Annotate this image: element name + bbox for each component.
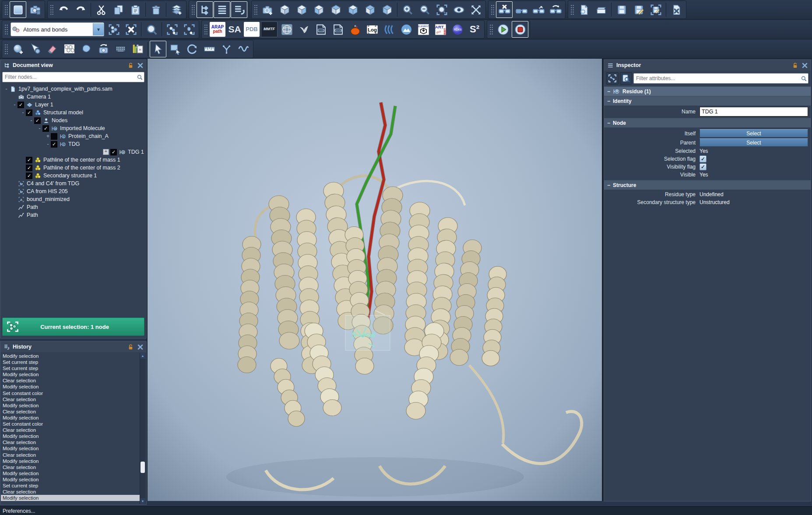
name-field[interactable] [700, 107, 808, 116]
history-item[interactable]: Modify selection [1, 384, 140, 390]
lasso-tool[interactable] [78, 41, 95, 57]
toolbar-grip[interactable] [490, 4, 494, 15]
history-item[interactable]: Modify selection [1, 476, 140, 483]
tree-item-layer-1[interactable]: -✓Layer 1 [1, 101, 146, 109]
erase-tool[interactable] [44, 41, 60, 57]
view-cube-left[interactable] [362, 1, 378, 18]
scroll-down-arrow[interactable]: ▼ [140, 498, 145, 504]
visibility-checkbox[interactable]: ✓ [34, 117, 41, 124]
history-item[interactable]: Clear selection [1, 439, 140, 445]
filter-nodes-input[interactable] [3, 74, 135, 80]
tree-item-ca-from-his-205[interactable]: CA from HIS 205 [1, 187, 146, 195]
app-log[interactable]: Log [364, 21, 380, 38]
section-residue[interactable]: − R Residue (1) [604, 86, 811, 96]
tree-item-camera-1[interactable]: Camera 1 [1, 93, 146, 101]
record-button[interactable] [512, 21, 528, 38]
save-button[interactable] [613, 1, 630, 18]
periodic-table[interactable]: H [129, 41, 146, 57]
add-visual-model2-button[interactable] [181, 21, 197, 38]
section-structure[interactable]: − Structure [604, 180, 811, 190]
play-simulation-button[interactable] [495, 21, 511, 38]
viewport-color-button[interactable] [10, 1, 26, 18]
view-cube-front[interactable] [293, 1, 310, 18]
app-swift[interactable] [295, 21, 312, 38]
add-layer-button[interactable] [168, 1, 185, 18]
visibility-checkbox[interactable]: ✓ [110, 149, 117, 155]
scroll-up-arrow[interactable]: ▲ [140, 353, 145, 359]
visibility-checkbox[interactable]: ✓ [26, 109, 32, 116]
history-item[interactable]: Set current step [1, 483, 140, 489]
toolbar-grip[interactable] [4, 43, 8, 55]
tree-item-imported-molecule[interactable]: -✓MImported Molecule [1, 124, 146, 132]
itself-select-button[interactable]: Select [700, 129, 808, 138]
zoom-selection-button[interactable] [433, 1, 450, 18]
toolbar-grip[interactable] [570, 4, 574, 15]
tree-item-tdg-1[interactable]: +✓RTDG 1 [1, 148, 146, 156]
rectangle-select-tool[interactable] [167, 41, 183, 57]
open-document-button[interactable] [593, 1, 609, 18]
add-camera-button[interactable] [259, 1, 276, 18]
history-item[interactable]: Modify selection [1, 415, 140, 421]
toolbar-grip[interactable] [253, 4, 257, 15]
twist-tool[interactable] [235, 41, 252, 57]
view-cube-top[interactable] [327, 1, 344, 18]
history-item[interactable]: Clear selection [1, 464, 140, 470]
history-item[interactable]: Clear selection [1, 396, 140, 402]
new-document-button[interactable] [576, 1, 592, 18]
app-arap-path[interactable]: ARAPpath [209, 21, 226, 38]
app-waves[interactable] [381, 21, 397, 38]
expander[interactable]: + [45, 133, 51, 139]
history-item[interactable]: Modify selection [1, 402, 140, 409]
paste-button[interactable] [127, 1, 144, 18]
undo-button[interactable] [55, 1, 72, 18]
history-item[interactable]: Modify selection [1, 371, 140, 377]
expander-box[interactable]: + [103, 149, 109, 155]
add-visual-model-button[interactable] [164, 21, 180, 38]
history-item[interactable]: Modify selection [1, 353, 140, 359]
history-scrollbar[interactable]: ▲ ▼ [140, 353, 146, 504]
tree-item-path[interactable]: Path [1, 203, 146, 211]
stereo-rotate-button[interactable] [547, 1, 564, 18]
close-icon[interactable] [801, 62, 808, 69]
app-art-rrt[interactable]: ARTRRTPro [432, 21, 449, 38]
fullscreen-button[interactable] [468, 1, 484, 18]
lock-icon[interactable] [127, 343, 134, 350]
tree-item-protein-chain-a[interactable]: +CProtein_chain_A [1, 132, 146, 140]
document-view-toggle[interactable] [197, 1, 213, 18]
select-visual-preset-button[interactable] [105, 21, 122, 38]
redo-button[interactable] [72, 1, 89, 18]
history-item[interactable]: Modify selection [1, 445, 140, 452]
visibility-checkbox[interactable]: ✓ [42, 125, 49, 132]
app-pdb[interactable]: PDB [243, 21, 260, 38]
inspect-selection-button[interactable] [606, 72, 619, 85]
expander[interactable]: - [45, 141, 51, 147]
camera-rotate-tool[interactable] [95, 41, 112, 57]
visibility-flag-checkbox[interactable]: ✓ [700, 163, 707, 170]
toolbar-grip[interactable] [204, 24, 207, 35]
history-item[interactable]: Set constant color [1, 421, 140, 427]
history-item[interactable]: Set current step [1, 359, 140, 365]
history-item[interactable]: Clear selection [1, 409, 140, 415]
expander[interactable]: - [4, 86, 9, 92]
tree-item-bound-minimized[interactable]: Abound_minimized [1, 195, 146, 203]
angle-tool[interactable] [218, 41, 235, 57]
zoom-in-button[interactable] [399, 1, 416, 18]
save-selection-button[interactable] [647, 1, 664, 18]
tree-item-path[interactable]: Path [1, 211, 146, 219]
inspect-document-button[interactable] [620, 72, 632, 85]
history-view-toggle[interactable] [231, 1, 247, 18]
expander[interactable]: - [20, 109, 26, 116]
history-item[interactable]: Clear selection [1, 427, 140, 433]
view-cube-right[interactable] [379, 1, 395, 18]
toolbar-grip[interactable] [49, 4, 53, 15]
app-s2[interactable]: S² [466, 21, 483, 38]
stereo-off-button[interactable] [496, 1, 513, 18]
app-element-box[interactable]: ELEMENT [415, 21, 432, 38]
toolbar-grip[interactable] [4, 4, 8, 15]
parent-select-button[interactable]: Select [700, 138, 808, 147]
app-mountain[interactable] [398, 21, 415, 38]
visibility-checkbox[interactable] [51, 133, 57, 140]
app-rdkit[interactable]: RDKit [449, 21, 466, 38]
stereo-mono-button[interactable] [513, 1, 530, 18]
cut-button[interactable] [93, 1, 109, 18]
